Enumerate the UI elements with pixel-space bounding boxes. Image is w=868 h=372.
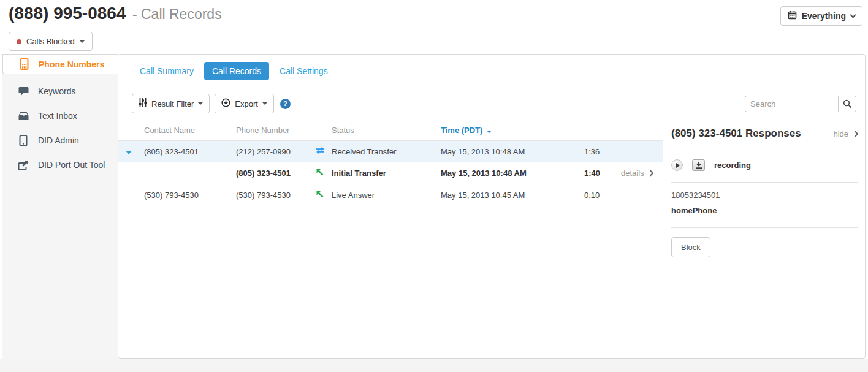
caller-number: 18053234501	[671, 191, 858, 200]
inbound-call-icon	[311, 184, 327, 207]
sidebar-item-label: Keywords	[38, 86, 75, 96]
details-column-header	[616, 119, 663, 141]
calls-blocked-button[interactable]: Calls Blocked	[9, 32, 93, 51]
row-expanded-caret-icon[interactable]	[126, 151, 132, 154]
result-filter-label: Result Filter	[151, 99, 194, 108]
received-transfer-icon	[311, 141, 327, 162]
footer-strip	[0, 359, 868, 372]
cell-time: May 15, 2013 10:48 AM	[436, 162, 579, 184]
sidebar-item-phone-numbers[interactable]: Phone Numbers	[2, 54, 118, 74]
help-icon[interactable]: ?	[280, 99, 291, 109]
page: (888) 995-0864 - Call Records Calls Bloc…	[0, 0, 868, 372]
search-icon	[843, 99, 852, 108]
cell-contact-name: (805) 323-4501	[139, 141, 231, 162]
column-header-contact-name[interactable]: Contact Name	[139, 119, 231, 141]
content-panel: Call Summary Call Records Call Settings …	[118, 54, 866, 359]
cell-status: Initial Transfer	[327, 162, 436, 184]
recording-row: recording	[671, 159, 858, 171]
sidebar-item-did-port-out-tool[interactable]: DID Port Out Tool	[2, 153, 118, 177]
sidebar-item-label: DID Port Out Tool	[38, 160, 105, 170]
smartphone-icon	[17, 135, 29, 146]
speech-bubble-icon	[17, 86, 29, 96]
download-icon	[695, 162, 702, 169]
column-header-phone-number[interactable]: Phone Number	[231, 119, 311, 141]
download-recording-button[interactable]	[692, 159, 705, 171]
mobile-phone-icon	[18, 58, 30, 70]
page-title: (888) 995-0864 - Call Records	[9, 4, 222, 23]
port-out-icon	[17, 160, 29, 170]
caret-down-icon	[80, 40, 85, 43]
page-subtitle: - Call Records	[132, 6, 222, 22]
calendar-icon	[788, 10, 797, 21]
table-row[interactable]: (805) 323-4501 Initial Transfer May 15, …	[118, 162, 663, 184]
caret-down-icon	[198, 102, 203, 105]
duration-column-header	[579, 119, 616, 141]
chevron-down-icon	[850, 12, 856, 18]
sidebar-item-label: Phone Numbers	[39, 59, 104, 69]
cell-status: Received Transfer	[327, 141, 436, 162]
filter-sliders-icon	[139, 98, 147, 109]
divider	[671, 148, 858, 148]
inbound-call-icon	[311, 162, 327, 184]
phone-number-title: (888) 995-0864	[9, 4, 126, 23]
sidebar-item-label: DID Admin	[38, 135, 79, 145]
tab-call-summary[interactable]: Call Summary	[132, 62, 202, 80]
date-range-label: Everything	[802, 11, 846, 21]
result-filter-button[interactable]: Result Filter	[132, 94, 210, 113]
divider	[671, 227, 858, 228]
table-header-row: Contact Name Phone Number Status Time (P…	[118, 119, 663, 141]
tab-call-settings[interactable]: Call Settings	[272, 62, 336, 80]
table-row[interactable]: (805) 323-4501 (212) 257-0990 Received T…	[118, 141, 663, 162]
column-header-time-sorted[interactable]: Time (PDT)	[436, 119, 579, 141]
export-label: Export	[235, 99, 258, 108]
records-content: Contact Name Phone Number Status Time (P…	[118, 119, 865, 358]
chevron-right-icon	[853, 131, 859, 137]
caret-down-icon	[262, 102, 267, 105]
cell-phone-number: (530) 793-4530	[231, 184, 311, 207]
status-icon-column-header	[311, 119, 327, 141]
sidebar-item-keywords[interactable]: Keywords	[2, 79, 118, 104]
search-group	[745, 96, 856, 112]
hide-panel-link[interactable]: hide	[833, 129, 858, 139]
cell-duration: 1:40	[579, 162, 616, 184]
sidebar-item-text-inbox[interactable]: Text Inbox	[2, 104, 118, 128]
details-link[interactable]: details	[621, 169, 653, 178]
table-row[interactable]: (530) 793-4530 (530) 793-4530 Live Answe…	[118, 184, 663, 207]
cell-time: May 15, 2013 10:45 AM	[436, 184, 579, 207]
cell-time: May 15, 2013 10:48 AM	[436, 141, 579, 162]
play-recording-button[interactable]	[671, 159, 683, 171]
play-icon	[676, 163, 680, 168]
cell-duration: 0:10	[579, 184, 616, 207]
responses-panel-title: (805) 323-4501 Responses	[671, 127, 801, 140]
search-input[interactable]	[745, 96, 838, 112]
block-button[interactable]: Block	[671, 237, 710, 257]
chevron-right-icon	[647, 170, 653, 177]
column-header-status[interactable]: Status	[327, 119, 436, 141]
cell-phone-number: (212) 257-0990	[231, 141, 311, 162]
sidebar-item-label: Text Inbox	[38, 111, 77, 121]
recording-label: recording	[714, 161, 751, 170]
main-area: Phone Numbers Keywords Text Inbox DID Ad…	[2, 54, 866, 359]
expander-column-header	[118, 119, 139, 141]
date-range-button[interactable]: Everything	[780, 6, 862, 26]
cell-status: Live Answer	[327, 184, 436, 207]
tab-bar: Call Summary Call Records Call Settings	[118, 55, 865, 88]
call-records-table: Contact Name Phone Number Status Time (P…	[118, 119, 663, 206]
sort-caret-down-icon	[487, 131, 492, 133]
tab-call-records[interactable]: Call Records	[204, 62, 269, 80]
toolbar: Result Filter Export ?	[118, 88, 865, 119]
cell-duration: 1:36	[579, 141, 616, 162]
phone-type-label: homePhone	[671, 206, 858, 215]
blocked-status-dot-icon	[17, 39, 21, 44]
search-button[interactable]	[838, 96, 856, 112]
page-header: (888) 995-0864 - Call Records Calls Bloc…	[0, 0, 868, 54]
cell-contact-name: (530) 793-4530	[139, 184, 231, 207]
cell-phone-number: (805) 323-4501	[231, 162, 311, 184]
sidebar-item-did-admin[interactable]: DID Admin	[2, 128, 118, 153]
call-records-table-area: Contact Name Phone Number Status Time (P…	[118, 119, 663, 358]
divider	[671, 182, 858, 183]
export-download-icon	[221, 98, 230, 109]
inbox-icon	[17, 112, 29, 121]
export-button[interactable]: Export	[215, 94, 274, 113]
sidebar: Phone Numbers Keywords Text Inbox DID Ad…	[2, 54, 118, 359]
